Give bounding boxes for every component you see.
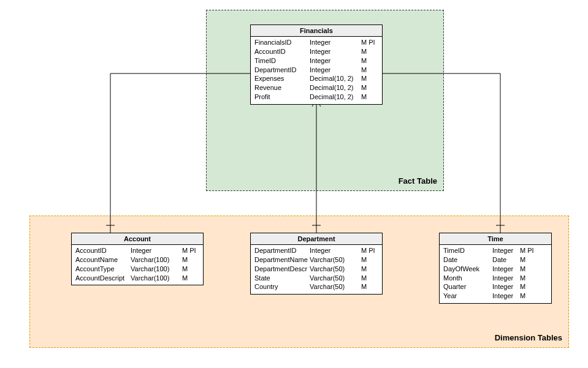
fact-zone-label: Fact Table — [399, 176, 437, 186]
entity-account-body: AccountIDIntegerM PI AccountNameVarchar(… — [72, 245, 203, 285]
table-row: DepartmentIDIntegerM — [254, 66, 378, 75]
table-row: DepartmentDescrVarchar(50)M — [254, 265, 378, 274]
entity-time-title: Time — [440, 233, 551, 245]
entity-time-body: TimeIDIntegerM PI DateDateM DayOfWeekInt… — [440, 245, 551, 303]
table-row: DepartmentIDIntegerM PI — [254, 246, 378, 255]
entity-financials: Financials FinancialsIDIntegerM PI Accou… — [250, 24, 383, 105]
entity-department: Department DepartmentIDIntegerM PI Depar… — [250, 233, 383, 295]
entity-account-title: Account — [72, 233, 203, 245]
table-row: TimeIDIntegerM — [254, 56, 378, 66]
table-row: MonthIntegerM — [443, 274, 548, 283]
table-row: AccountDescriptVarchar(100)M — [75, 274, 199, 283]
entity-financials-body: FinancialsIDIntegerM PI AccountIDInteger… — [251, 37, 382, 104]
table-row: AccountNameVarchar(100)M — [75, 255, 199, 265]
entity-financials-title: Financials — [251, 25, 382, 37]
table-row: FinancialsIDIntegerM PI — [254, 38, 378, 47]
table-row: DepartmentNameVarchar(50)M — [254, 255, 378, 265]
table-row: CountryVarchar(50)M — [254, 282, 378, 291]
table-row: QuarterIntegerM — [443, 282, 548, 291]
table-row: ProfitDecimal(10, 2)M — [254, 92, 378, 102]
entity-account: Account AccountIDIntegerM PI AccountName… — [71, 233, 204, 285]
table-row: ExpensesDecimal(10, 2)M — [254, 74, 378, 83]
entity-department-title: Department — [251, 233, 382, 245]
table-row: TimeIDIntegerM PI — [443, 246, 548, 255]
table-row: AccountIDIntegerM — [254, 47, 378, 56]
table-row: AccountTypeVarchar(100)M — [75, 265, 199, 274]
table-row: DayOfWeekIntegerM — [443, 265, 548, 274]
table-row: StateVarchar(50)M — [254, 274, 378, 283]
table-row: DateDateM — [443, 255, 548, 265]
table-row: RevenueDecimal(10, 2)M — [254, 83, 378, 92]
table-row: YearIntegerM — [443, 291, 548, 301]
table-row: AccountIDIntegerM PI — [75, 246, 199, 255]
dim-zone-label: Dimension Tables — [495, 333, 562, 342]
entity-time: Time TimeIDIntegerM PI DateDateM DayOfWe… — [439, 233, 552, 304]
entity-department-body: DepartmentIDIntegerM PI DepartmentNameVa… — [251, 245, 382, 294]
